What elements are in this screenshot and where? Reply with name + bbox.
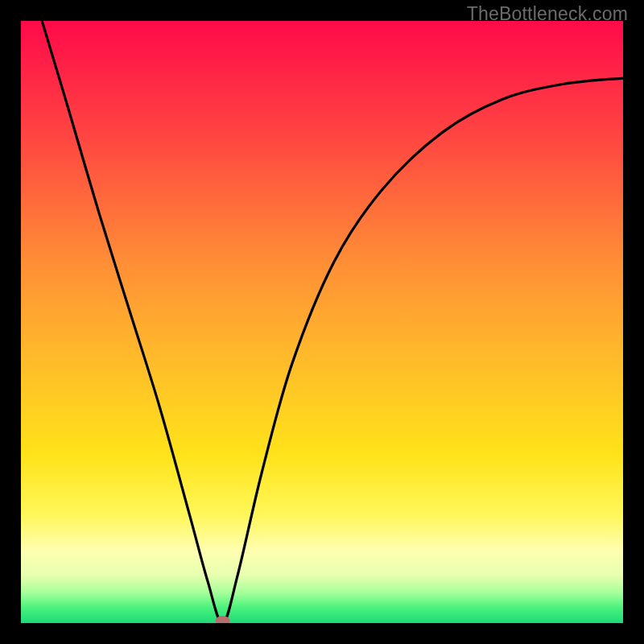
curve-layer [21, 21, 623, 623]
bottleneck-curve [42, 21, 623, 623]
plot-area [21, 21, 623, 623]
chart-frame: TheBottleneck.com [0, 0, 644, 644]
watermark-text: TheBottleneck.com [467, 3, 628, 25]
